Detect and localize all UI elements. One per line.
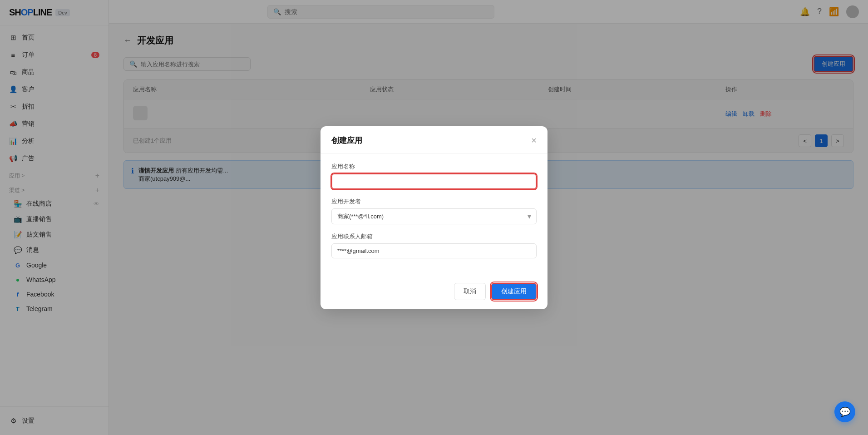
modal-title: 创建应用	[331, 135, 362, 146]
confirm-create-button[interactable]: 创建应用	[491, 283, 537, 300]
modal-overlay[interactable]: 创建应用 × 应用名称 应用开发者 商家(***@*il.com) ▾ 应用联系…	[0, 0, 868, 435]
create-app-modal: 创建应用 × 应用名称 应用开发者 商家(***@*il.com) ▾ 应用联系…	[321, 126, 547, 309]
app-name-label: 应用名称	[331, 163, 537, 171]
app-name-input[interactable]	[331, 173, 537, 189]
chat-fab-icon: 💬	[839, 406, 851, 417]
modal-close-button[interactable]: ×	[531, 136, 537, 145]
developer-label: 应用开发者	[331, 198, 537, 206]
modal-body: 应用名称 应用开发者 商家(***@*il.com) ▾ 应用联系人邮箱	[321, 153, 547, 276]
modal-footer: 取消 创建应用	[321, 276, 547, 309]
form-group-developer: 应用开发者 商家(***@*il.com) ▾	[331, 198, 537, 224]
form-group-app-name: 应用名称	[331, 163, 537, 189]
contact-email-label: 应用联系人邮箱	[331, 232, 537, 241]
chat-fab-button[interactable]: 💬	[834, 401, 855, 422]
contact-email-input[interactable]	[331, 243, 537, 258]
modal-header: 创建应用 ×	[321, 126, 547, 153]
developer-select[interactable]: 商家(***@*il.com)	[331, 208, 537, 224]
cancel-button[interactable]: 取消	[454, 283, 486, 300]
form-group-contact-email: 应用联系人邮箱	[331, 232, 537, 258]
developer-select-wrap: 商家(***@*il.com) ▾	[331, 208, 537, 224]
